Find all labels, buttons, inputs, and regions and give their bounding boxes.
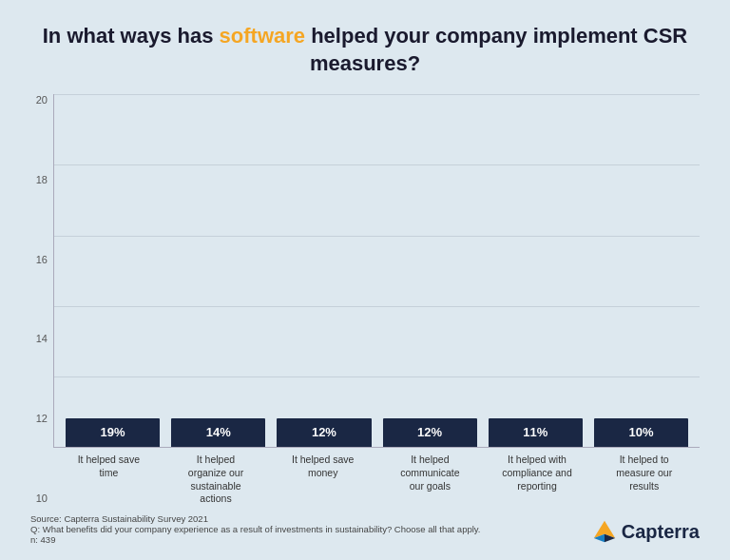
y-axis-label: 18 [36,174,48,185]
bar-col: 14% [171,418,265,447]
chart-with-yaxis: 201816141210 19%14%12%12%11%10% It helpe… [30,94,700,506]
capterra-name: Capterra [622,521,700,543]
bar-col: 12% [277,418,371,447]
y-axis-label: 20 [36,94,48,106]
bar-col: 10% [594,418,688,447]
bar: 19% [66,418,160,447]
bar: 14% [171,418,265,447]
y-axis-label: 12 [36,413,48,424]
title-highlight: software [220,24,305,48]
bars-row: 19%14%12%12%11%10% [58,418,696,447]
y-axis: 201816141210 [30,94,53,506]
x-axis-label: It helped withcompliance andreporting [490,454,586,506]
x-axis-label: It helped savetime [61,454,157,506]
bar-percent-label: 12% [417,425,442,439]
grid-line [54,306,700,307]
y-axis-label: 10 [36,492,48,504]
y-axis-label: 14 [36,333,48,344]
chart-title: In what ways has software helped your co… [30,23,700,77]
bar-percent-label: 12% [312,425,336,439]
y-axis-label: 16 [36,254,48,265]
source-line2: Q: What benefits did your company experi… [30,524,481,534]
source-line1: Source: Capterra Sustainability Survey 2… [30,513,481,524]
bars-section: 19%14%12%12%11%10% It helped savetimeIt … [53,94,700,506]
capterra-icon [591,518,618,545]
bar-col: 12% [383,418,477,447]
x-labels: It helped savetimeIt helpedorganize ours… [53,448,700,506]
source-text: Source: Capterra Sustainability Survey 2… [30,513,481,545]
bar-percent-label: 10% [628,425,653,439]
title-suffix: helped your company implement CSR measur… [305,24,687,75]
bar-col: 11% [489,418,583,447]
bars-container: 19%14%12%12%11%10% [53,94,700,448]
chart-area: 201816141210 19%14%12%12%11%10% It helpe… [30,94,700,506]
x-axis-label: It helpedorganize oursustainableactions [168,454,264,506]
grid-lines [54,94,700,447]
bar: 12% [383,418,477,447]
bar-percent-label: 14% [206,425,231,439]
main-container: In what ways has software helped your co… [0,0,730,560]
grid-line [54,236,700,237]
x-axis-label: It helpedcommunicateour goals [382,454,478,506]
bar: 10% [594,418,688,447]
footer: Source: Capterra Sustainability Survey 2… [30,513,700,545]
x-axis-label: It helped tomeasure ourresults [596,454,692,506]
bar: 11% [489,418,583,447]
x-axis-label: It helped savemoney [275,454,371,506]
title-prefix: In what ways has [43,24,220,48]
bar: 12% [277,418,371,447]
grid-line [54,164,700,165]
bar-col: 19% [66,418,160,447]
capterra-logo: Capterra [591,518,700,545]
grid-line [54,377,700,377]
source-line3: n: 439 [30,534,481,545]
bar-percent-label: 11% [523,425,548,439]
grid-line [54,94,700,95]
bar-percent-label: 19% [101,425,125,439]
